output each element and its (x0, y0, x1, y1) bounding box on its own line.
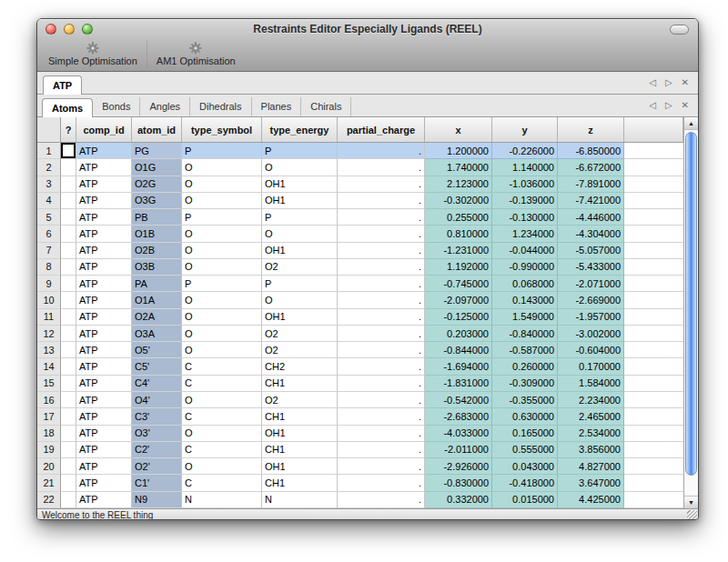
column-header-type_energy[interactable]: type_energy (262, 117, 338, 142)
cell-type-energy[interactable]: CH2 (262, 358, 338, 375)
cell-type-energy[interactable]: OH1 (262, 458, 338, 475)
tab-atoms[interactable]: Atoms (42, 98, 93, 117)
column-header-y[interactable]: y (492, 117, 558, 142)
cell-comp-id[interactable]: ATP (76, 458, 132, 475)
cell-select[interactable] (61, 392, 76, 408)
scroll-down-button[interactable]: ▼ (684, 496, 698, 508)
cell-comp-id[interactable]: ATP (76, 226, 132, 242)
minimize-window-button[interactable] (64, 24, 75, 35)
cell-type-symbol[interactable]: O (182, 259, 262, 276)
tab-next-icon[interactable]: ▷ (665, 101, 672, 110)
cell-atom-id[interactable]: C5' (132, 358, 182, 375)
cell-select[interactable] (61, 309, 76, 326)
cell-type-energy[interactable]: CH1 (262, 475, 338, 491)
cell-y[interactable]: -0.139000 (492, 193, 558, 209)
tab-close-icon[interactable]: ✕ (682, 101, 689, 110)
cell-x[interactable]: 1.740000 (425, 159, 492, 176)
cell-select[interactable] (61, 358, 76, 375)
cell-type-energy[interactable]: O2 (262, 342, 338, 358)
cell-x[interactable]: 0.810000 (425, 226, 492, 242)
cell-y[interactable]: 0.630000 (492, 408, 558, 425)
cell-atom-id[interactable]: O3' (132, 426, 182, 442)
row-number[interactable]: 9 (37, 276, 61, 292)
cell-partial-charge[interactable]: . (338, 209, 425, 226)
row-number[interactable]: 22 (37, 492, 61, 508)
cell-atom-id[interactable]: O3G (132, 193, 182, 209)
cell-partial-charge[interactable]: . (338, 243, 425, 259)
cell-partial-charge[interactable]: . (338, 226, 425, 242)
cell-atom-id[interactable]: O3A (132, 326, 182, 342)
cell-x[interactable]: -2.097000 (425, 292, 492, 308)
cell-x[interactable]: -1.694000 (425, 358, 492, 375)
cell-select[interactable] (61, 442, 76, 458)
cell-y[interactable]: -0.990000 (492, 259, 558, 276)
cell-type-symbol[interactable]: P (182, 276, 262, 292)
cell-atom-id[interactable]: N9 (132, 492, 182, 508)
cell-type-energy[interactable]: OH1 (262, 176, 338, 193)
cell-comp-id[interactable]: ATP (76, 276, 132, 292)
cell-z[interactable]: -3.002000 (558, 326, 624, 342)
tab-close-icon[interactable]: ✕ (682, 78, 689, 87)
cell-partial-charge[interactable]: . (338, 326, 425, 342)
cell-type-symbol[interactable]: O (182, 243, 262, 259)
cell-type-symbol[interactable]: C (182, 475, 262, 491)
cell-z[interactable]: -5.433000 (558, 259, 624, 276)
cell-type-symbol[interactable]: O (182, 193, 262, 209)
cell-z[interactable]: 2.465000 (558, 408, 624, 425)
row-number[interactable]: 18 (37, 426, 61, 442)
tab-chirals[interactable]: Chirals (301, 97, 351, 116)
column-header-comp_id[interactable]: comp_id (76, 117, 132, 142)
cell-y[interactable]: -0.226000 (492, 143, 558, 159)
cell-atom-id[interactable]: O1B (132, 226, 182, 242)
cell-comp-id[interactable]: ATP (76, 358, 132, 375)
cell-x[interactable]: 1.192000 (425, 259, 492, 276)
cell-type-energy[interactable]: O (262, 292, 338, 308)
cell-z[interactable]: -7.421000 (558, 193, 624, 209)
cell-type-energy[interactable]: P (262, 143, 338, 159)
cell-type-symbol[interactable]: C (182, 358, 262, 375)
cell-x[interactable]: 0.255000 (425, 209, 492, 226)
cell-type-energy[interactable]: OH1 (262, 426, 338, 442)
tab-dihedrals[interactable]: Dihedrals (190, 97, 251, 116)
cell-z[interactable]: 2.534000 (558, 426, 624, 442)
cell-z[interactable]: 3.647000 (558, 475, 624, 491)
cell-atom-id[interactable]: PG (132, 143, 182, 159)
cell-comp-id[interactable]: ATP (76, 408, 132, 425)
cell-comp-id[interactable]: ATP (76, 392, 132, 408)
cell-select[interactable] (61, 326, 76, 342)
cell-select[interactable] (61, 492, 76, 508)
toolbar-toggle-pill-button[interactable] (670, 25, 689, 35)
cell-atom-id[interactable]: PA (132, 276, 182, 292)
cell-partial-charge[interactable]: . (338, 276, 425, 292)
title-bar[interactable]: Restraints Editor Especially Ligands (RE… (37, 19, 698, 39)
cell-x[interactable]: -0.125000 (425, 309, 492, 326)
column-header-atom_id[interactable]: atom_id (132, 117, 182, 142)
cell-comp-id[interactable]: ATP (76, 259, 132, 276)
tab-next-icon[interactable]: ▷ (665, 78, 672, 87)
cell-select[interactable] (61, 426, 76, 442)
close-window-button[interactable] (46, 24, 56, 35)
cell-comp-id[interactable]: ATP (76, 159, 132, 176)
cell-y[interactable]: -0.587000 (492, 342, 558, 358)
cell-select[interactable] (61, 259, 76, 276)
cell-type-symbol[interactable]: O (182, 392, 262, 408)
row-number[interactable]: 13 (37, 342, 61, 358)
cell-x[interactable]: -0.745000 (425, 276, 492, 292)
cell-select[interactable] (61, 475, 76, 491)
cell-atom-id[interactable]: PB (132, 209, 182, 226)
cell-z[interactable]: -4.304000 (558, 226, 624, 242)
row-number[interactable]: 5 (37, 209, 61, 226)
row-number[interactable]: 2 (37, 159, 61, 176)
cell-type-symbol[interactable]: P (182, 143, 262, 159)
cell-y[interactable]: -0.044000 (492, 243, 558, 259)
tab-bonds[interactable]: Bonds (93, 97, 140, 116)
cell-partial-charge[interactable]: . (338, 292, 425, 308)
cell-type-energy[interactable]: O2 (262, 392, 338, 408)
cell-x[interactable]: -0.542000 (425, 392, 492, 408)
cell-type-symbol[interactable]: O (182, 458, 262, 475)
cell-atom-id[interactable]: O2B (132, 243, 182, 259)
cell-partial-charge[interactable]: . (338, 442, 425, 458)
cell-comp-id[interactable]: ATP (76, 193, 132, 209)
tab-angles[interactable]: Angles (140, 97, 190, 116)
cell-z[interactable]: -1.957000 (558, 309, 624, 326)
